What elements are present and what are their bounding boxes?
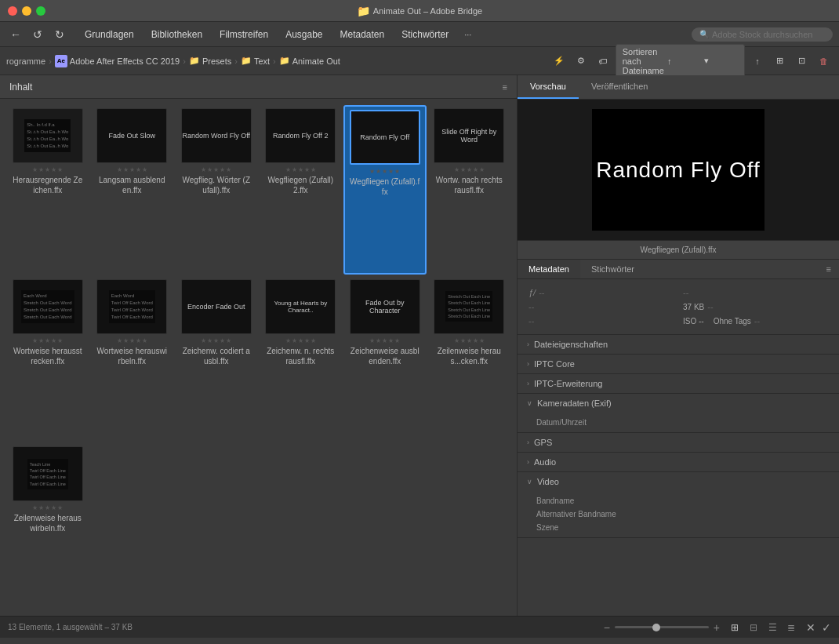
file-thumbnail: Random Fly Off: [350, 110, 420, 165]
meta-filesize-val: 37 KB: [683, 303, 704, 311]
meta-section-iptc-label: IPTC Core: [534, 359, 575, 369]
file-name: Wegfliegen (Zufall).ffx: [350, 176, 420, 197]
meta-tab-menu[interactable]: ≡: [819, 260, 839, 278]
meta-section-audio-header[interactable]: › Audio: [518, 453, 839, 471]
zoom-out-button[interactable]: −: [604, 621, 610, 634]
new-folder-btn[interactable]: ⊡: [792, 52, 811, 71]
menu-ausgabe[interactable]: Ausgabe: [278, 26, 330, 43]
file-stars: ★★★★★: [201, 337, 231, 344]
meta-cell-right1: --: [678, 286, 833, 300]
maximize-button[interactable]: [36, 6, 45, 16]
confirm-icon[interactable]: ✓: [822, 621, 831, 634]
panel-menu-icon[interactable]: ≡: [503, 82, 507, 92]
meta-section-gps-header[interactable]: › GPS: [518, 433, 839, 452]
tab-veroffentlichen[interactable]: Veröffentlichen: [579, 75, 661, 99]
list-item[interactable]: Encoder Fade Out ★★★★★ Zeichenw. codiert…: [175, 276, 258, 442]
list-item[interactable]: Random Fly Off ★★★★★ Wegfliegen (Zufall)…: [343, 105, 427, 275]
list-item[interactable]: Fade Out by Character ★★★★★ Zeichenweise…: [343, 276, 427, 442]
file-name: Herausregnende Zeichen.ffx: [13, 175, 83, 195]
menu-stichwörter[interactable]: Stichwörter: [394, 26, 456, 43]
file-name: Zeilenweise heraus...cken.ffx: [434, 346, 504, 366]
menu-filmstreifen[interactable]: Filmstreifen: [212, 26, 276, 43]
breadcrumb-programm[interactable]: rogramme: [6, 56, 45, 66]
forward-button[interactable]: ↺: [28, 25, 47, 44]
meta-section-iptce-header[interactable]: › IPTC-Erweiterung: [518, 374, 839, 393]
meta-row-datum: Datum/Uhrzeit: [536, 416, 830, 429]
menu-grundlagen[interactable]: Grundlagen: [77, 26, 142, 43]
meta-cell-size: --: [524, 300, 678, 314]
tag-icon-btn[interactable]: 🏷: [594, 52, 612, 71]
back-button[interactable]: ←: [6, 25, 25, 44]
filter-icon-btn[interactable]: ⚡: [550, 52, 568, 71]
zoom-slider[interactable]: − +: [604, 621, 720, 634]
list-item[interactable]: Each WordStretch Out Each WordStretch Ou…: [6, 276, 89, 442]
sort-chevron: ▾: [704, 56, 738, 66]
right-panel: Vorschau Veröffentlichen Random Fly Off …: [518, 75, 839, 616]
refresh-button[interactable]: ↻: [50, 25, 69, 44]
meta-cell-iso: --: [524, 314, 678, 328]
slider-track[interactable]: [615, 626, 709, 628]
meta-section-iptc: › IPTC Core: [518, 355, 839, 374]
menu-bibliotheken[interactable]: Bibliotheken: [143, 26, 210, 43]
grid-small-view-button[interactable]: ⊟: [745, 620, 762, 635]
search-input[interactable]: [712, 30, 822, 39]
meta-section-video-content: Bandname Alternativer Bandname Szene: [518, 491, 839, 537]
meta-tab-stichwörter[interactable]: Stichwörter: [580, 260, 645, 278]
meta-cell-filesize: 37 KB --: [678, 300, 833, 314]
list-item[interactable]: Teach LineTwirl Off Each LineTwirl Off E…: [6, 443, 89, 609]
file-name: Wegfliegen (Zufall) 2.ffx: [265, 175, 336, 195]
view-buttons: ⊞ ⊟ ☰ ≣: [726, 620, 800, 635]
list-item[interactable]: Sh.. In f.d lf.aSt..t.h Out Ea..h WoSt..…: [6, 105, 89, 275]
meta-section-video-header[interactable]: ∨ Video: [518, 472, 839, 491]
close-button[interactable]: [8, 6, 17, 16]
file-name: Langsam ausblenden.ffx: [96, 175, 167, 195]
file-stars: ★★★★★: [117, 337, 147, 344]
delete-btn[interactable]: 🗑: [814, 52, 833, 71]
chevron-right-icon: ›: [527, 438, 529, 446]
sort-direction-btn[interactable]: ↑: [748, 52, 767, 71]
toolbar-right: ⚡ ⚙ 🏷 Sortieren nach Dateiname ↑ ▾ ↑ ⊞ ⊡…: [550, 44, 833, 78]
slider-thumb[interactable]: [652, 624, 660, 631]
sort-label: Sortieren nach Dateiname: [623, 47, 664, 75]
sort-dropdown[interactable]: Sortieren nach Dateiname ↑ ▾: [616, 44, 745, 78]
minimize-button[interactable]: [22, 6, 31, 16]
meta-section-exif: ∨ Kameradaten (Exif) Datum/Uhrzeit: [518, 394, 839, 433]
filter2-icon-btn[interactable]: ⚙: [572, 52, 590, 71]
file-thumbnail: Slide Off Right by Word: [434, 108, 504, 163]
zoom-in-button[interactable]: +: [714, 621, 720, 634]
breadcrumb-animateout[interactable]: 📁 Animate Out: [279, 56, 340, 66]
meta-section-exif-content: Datum/Uhrzeit: [518, 413, 839, 432]
file-stars: ★★★★★: [285, 166, 316, 173]
list-item[interactable]: Stretch Out Each LineStretch Out Each Li…: [428, 276, 511, 442]
list-item[interactable]: Slide Off Right by Word ★★★★★ Wortw. nac…: [428, 105, 511, 275]
title-bar: 📁 Animate Out – Adobe Bridge: [0, 0, 839, 22]
breadcrumb-ae[interactable]: Ae Adobe After Effects CC 2019: [55, 55, 180, 67]
list-item[interactable]: Each WordTwirl Off Each WordTwirl Off Ea…: [91, 276, 174, 442]
meta-section-iptc-header[interactable]: › IPTC Core: [518, 355, 839, 373]
file-name: Wortw. nach rechts rausfl.ffx: [434, 175, 504, 195]
file-thumbnail: Fade Out Slow: [96, 108, 167, 163]
list-item[interactable]: Random Word Fly Off ★★★★★ Wegflieg. Wört…: [175, 105, 258, 275]
search-box[interactable]: 🔍: [692, 27, 833, 42]
menu-more[interactable]: ···: [458, 27, 478, 42]
chevron-down-icon: ∨: [527, 399, 532, 407]
meta-row-altbandname: Alternativer Bandname: [536, 508, 830, 521]
meta-section-datei-header[interactable]: › Dateieigenschaften: [518, 335, 839, 354]
file-name: Zeichenw. codiert ausbl.ffx: [181, 346, 252, 366]
cancel-icon[interactable]: ✕: [806, 621, 815, 634]
view-options-btn[interactable]: ⊞: [770, 52, 789, 71]
tab-vorschau[interactable]: Vorschau: [518, 75, 579, 99]
list-item[interactable]: Fade Out Slow ★★★★★ Langsam ausblenden.f…: [91, 105, 174, 275]
list-view-button[interactable]: ☰: [764, 620, 781, 635]
menu-metadaten[interactable]: Metadaten: [332, 26, 393, 43]
meta-tab-metadaten[interactable]: Metadaten: [518, 260, 580, 278]
breadcrumb-presets[interactable]: 📁 Presets: [189, 56, 231, 66]
detail-view-button[interactable]: ≣: [783, 620, 800, 635]
grid-view-button[interactable]: ⊞: [726, 620, 743, 635]
breadcrumb-text[interactable]: 📁 Text: [241, 56, 270, 66]
list-item[interactable]: Young at Hearts by Charact.. ★★★★★ Zeich…: [260, 276, 343, 442]
meta-tags-val: Ohne Tags: [714, 317, 751, 326]
meta-section-exif-header[interactable]: ∨ Kameradaten (Exif): [518, 394, 839, 413]
list-item[interactable]: Random Fly Off 2 ★★★★★ Wegfliegen (Zufal…: [260, 105, 343, 275]
file-stars: ★★★★★: [285, 337, 316, 344]
